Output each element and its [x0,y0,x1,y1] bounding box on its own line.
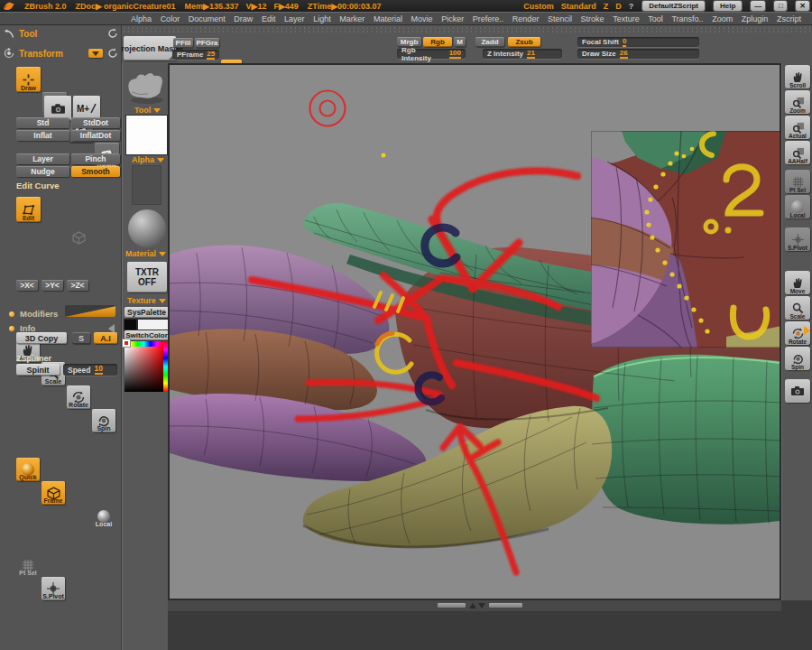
color-picker[interactable] [125,341,169,392]
menu-item[interactable]: Layer [284,14,305,23]
ai-button[interactable]: A.I [94,332,117,344]
collapse-down-icon[interactable] [478,603,485,608]
expand-up-icon[interactable] [469,603,476,608]
restore-button[interactable]: □ [774,1,787,11]
d-menu[interactable]: D [615,2,622,11]
m-button[interactable]: M [454,37,466,47]
canvas-3d-view[interactable] [170,65,780,599]
menu-item[interactable]: Zoom [712,14,733,23]
brush-button[interactable]: StdDot [71,117,120,128]
menu-item[interactable]: Draw [234,14,253,23]
canvas-rotate-button[interactable]: Rotate [67,385,90,409]
menu-item[interactable]: Light [313,14,331,23]
brush-button[interactable]: Layer [16,153,69,164]
quick-3d-button[interactable]: Quick [16,458,40,481]
refresh-icon[interactable] [107,28,118,39]
syspalette-button[interactable]: SysPalette [125,307,169,318]
menu-item[interactable]: Movie [411,14,433,23]
menu-item[interactable]: Prefere.. [473,14,504,23]
secondary-color-swatch[interactable] [125,320,136,330]
menu-item[interactable]: Zscript [777,14,801,23]
focal-shift-slider[interactable]: Focal Shift 0 [577,37,699,47]
pframe-slider[interactable]: PFrame 25 [172,50,219,60]
chevron-down-icon[interactable] [88,49,103,58]
texture-off-button[interactable]: TXTR OFF [127,262,167,292]
menu-item[interactable]: Color [161,14,180,23]
rgb-intensity-slider[interactable]: Rgb Intensity 100 [397,49,466,59]
scale-button[interactable]: Scale [785,296,810,320]
speed-slider[interactable]: Speed 10 [63,364,117,376]
scroll-button[interactable]: Scroll [785,65,810,88]
spin-button[interactable]: Spin [785,347,810,370]
help-button[interactable]: Help [714,1,742,11]
tool-palette-header[interactable]: Tool [4,28,118,39]
3d-copy-button[interactable]: 3D Copy [16,332,67,344]
menu-item[interactable]: Edit [262,14,276,23]
snapshot-button[interactable] [785,379,810,403]
menu-item[interactable]: Document [189,14,226,23]
draw-mode-button[interactable]: Draw [16,67,41,92]
saturation-value-square[interactable] [125,347,163,392]
zadd-button[interactable]: Zadd [475,37,504,47]
alpha-label[interactable]: Alpha [132,155,164,164]
actual-button[interactable]: Actual [785,116,810,139]
close-button[interactable]: ✕ [796,1,809,11]
default-zscript-button[interactable]: DefaultZScript [642,1,705,11]
brush-button[interactable]: Inflat [16,130,69,141]
pt-sel-button[interactable]: Pt Sel [785,170,810,193]
move-button[interactable]: Move [785,271,810,294]
menu-item[interactable]: Transfo.. [671,14,703,23]
tool-thumb-label[interactable]: Tool [134,106,161,115]
brush-button[interactable]: Nudge [16,166,69,177]
transform-palette-header[interactable]: Transform [4,48,118,59]
z-intensity-slider[interactable]: Z Intensity 21 [483,49,562,59]
help-question[interactable]: ? [629,2,634,11]
menu-item[interactable]: Render [512,14,540,23]
standard-menu[interactable]: Standard [561,2,596,11]
divider-handle-bar[interactable] [489,603,522,608]
primary-color-swatch[interactable] [138,320,169,330]
axis-button[interactable]: >X< [16,280,38,291]
menu-item[interactable]: Zplugin [742,14,769,23]
axis-button[interactable]: >Y< [42,280,63,291]
current-material-sphere[interactable] [128,209,166,247]
frame-3d-button[interactable]: Frame [42,481,65,505]
left-tray-collapse-arrow[interactable] [108,324,115,333]
edit-mode-button[interactable]: Edit [16,197,41,222]
canvas-spin-button[interactable]: Spin [92,409,115,432]
pfill-button[interactable]: PFill [173,38,193,48]
s-pivot-button[interactable]: S.Pivot [42,577,65,600]
z-menu[interactable]: Z [604,2,609,11]
custom-menu[interactable]: Custom [523,2,554,11]
local-button[interactable]: Local [92,505,115,528]
menu-item[interactable]: Picker [441,14,464,23]
brush-button[interactable]: Std [16,117,69,128]
s-button[interactable]: S [72,332,90,344]
switchcolor-button[interactable]: SwitchColor [125,330,169,340]
menu-item[interactable]: Texture [613,14,640,23]
brush-button[interactable]: InflatDot [71,130,120,141]
zoom-button[interactable]: Zoom [785,90,810,114]
menu-item[interactable]: Marker [339,14,364,23]
menu-item[interactable]: Material [374,14,402,23]
pt-sel-button[interactable]: Pt Sel [16,553,40,577]
menu-item[interactable]: Stencil [548,14,572,23]
brush-button[interactable]: Pinch [71,153,120,164]
zsub-button[interactable]: Zsub [508,37,540,47]
projection-master-button[interactable]: Projection Master [124,36,176,60]
draw-size-slider[interactable]: Draw Size 26 [577,49,699,59]
brush-button[interactable]: Smooth [71,166,120,177]
current-alpha-swatch[interactable] [126,116,167,154]
menu-item[interactable]: Stroke [581,14,604,23]
minimize-button[interactable]: — [751,1,765,11]
material-label[interactable]: Material [125,249,166,258]
texture-label[interactable]: Texture [127,296,166,305]
axis-button[interactable]: >Z< [67,280,88,291]
local-button[interactable]: Local [785,195,810,218]
s-pivot-button[interactable]: S.Pivot [785,228,810,251]
modifiers-section[interactable]: Modifiers [9,309,58,319]
spinit-button[interactable]: SpinIt [16,364,60,376]
aahalf-button[interactable]: AAHalf [785,141,810,164]
edit-curve-ramp[interactable] [65,305,115,317]
divider-handle-bar[interactable] [438,603,466,608]
